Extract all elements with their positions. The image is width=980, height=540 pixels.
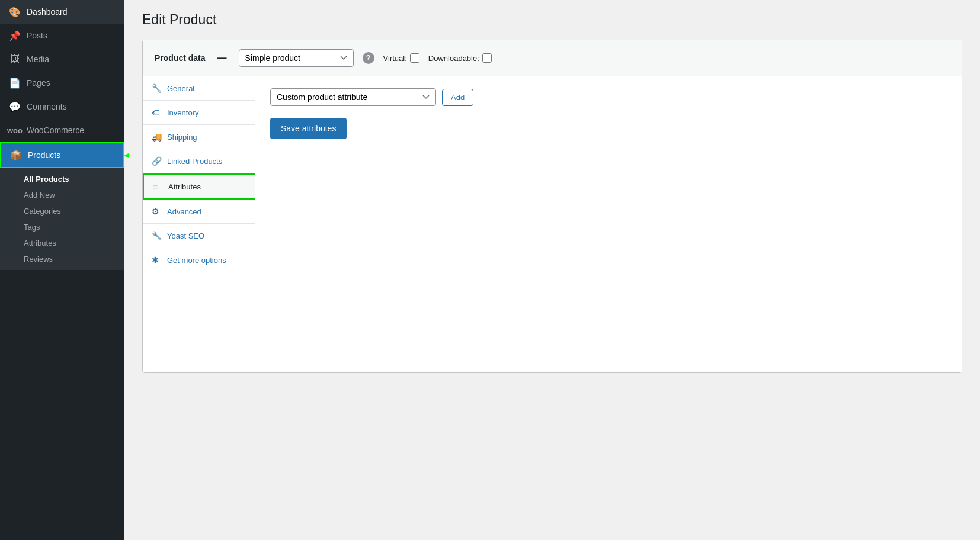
attributes-tab-content: Custom product attribute Add Save attrib… bbox=[255, 76, 962, 372]
attribute-selector: Custom product attribute Add bbox=[270, 88, 947, 106]
attributes-icon: ≡ bbox=[153, 182, 162, 191]
submenu-attributes[interactable]: Attributes bbox=[0, 235, 124, 251]
sidebar-label-pages: Pages bbox=[27, 78, 50, 88]
pages-icon: 📄 bbox=[9, 77, 21, 89]
add-attribute-button[interactable]: Add bbox=[442, 89, 473, 106]
product-data-body: 🔧 General 🏷 Inventory 🚚 Shipping 🔗 Linke… bbox=[143, 76, 962, 372]
tab-yoast-seo[interactable]: 🔧 Yoast SEO bbox=[143, 224, 255, 248]
tab-get-more-options[interactable]: ✱ Get more options bbox=[143, 248, 255, 272]
comments-icon: 💬 bbox=[9, 101, 21, 112]
tab-general-label: General bbox=[167, 84, 194, 93]
tab-shipping[interactable]: 🚚 Shipping bbox=[143, 125, 255, 149]
sidebar-item-comments[interactable]: 💬 Comments bbox=[0, 95, 124, 118]
submenu-add-new[interactable]: Add New bbox=[0, 187, 124, 203]
sidebar-item-woocommerce[interactable]: woo WooCommerce bbox=[0, 118, 124, 142]
tab-advanced-label: Advanced bbox=[167, 207, 201, 216]
tab-advanced[interactable]: ⚙ Advanced bbox=[143, 200, 255, 224]
linked-products-icon: 🔗 bbox=[152, 156, 161, 166]
woo-icon: woo bbox=[9, 124, 21, 136]
media-icon: 🖼 bbox=[9, 53, 21, 65]
sidebar-item-products[interactable]: 📦 Products bbox=[0, 142, 124, 168]
inventory-icon: 🏷 bbox=[152, 108, 161, 117]
sidebar-item-posts[interactable]: 📌 Posts bbox=[0, 24, 124, 47]
sidebar-item-media[interactable]: 🖼 Media bbox=[0, 47, 124, 71]
yoast-icon: 🔧 bbox=[152, 231, 161, 240]
sidebar-item-dashboard[interactable]: 🎨 Dashboard bbox=[0, 0, 124, 24]
tab-yoast-label: Yoast SEO bbox=[167, 232, 204, 240]
tabs-sidebar: 🔧 General 🏷 Inventory 🚚 Shipping 🔗 Linke… bbox=[143, 76, 255, 372]
more-options-icon: ✱ bbox=[152, 255, 161, 265]
shipping-icon: 🚚 bbox=[152, 132, 161, 142]
products-submenu: All Products Add New Categories Tags Att… bbox=[0, 168, 124, 270]
save-attributes-button[interactable]: Save attributes bbox=[270, 118, 347, 139]
tab-linked-products[interactable]: 🔗 Linked Products bbox=[143, 149, 255, 173]
sidebar-label-woo: WooCommerce bbox=[27, 126, 84, 135]
posts-icon: 📌 bbox=[9, 30, 21, 41]
product-data-card: Product data — Simple product Grouped pr… bbox=[142, 40, 962, 373]
submenu-all-products[interactable]: All Products bbox=[0, 171, 124, 187]
sidebar-label-comments: Comments bbox=[27, 102, 67, 111]
tab-inventory-label: Inventory bbox=[167, 108, 198, 117]
sidebar-label-posts: Posts bbox=[27, 31, 47, 40]
tab-inventory[interactable]: 🏷 Inventory bbox=[143, 101, 255, 125]
tab-more-options-label: Get more options bbox=[167, 256, 226, 265]
general-icon: 🔧 bbox=[152, 83, 161, 93]
submenu-tags[interactable]: Tags bbox=[0, 219, 124, 235]
sidebar-label-products: Products bbox=[28, 150, 60, 160]
sidebar-label-dashboard: Dashboard bbox=[27, 7, 68, 17]
submenu-reviews[interactable]: Reviews bbox=[0, 251, 124, 267]
advanced-icon: ⚙ bbox=[152, 207, 161, 216]
submenu-categories[interactable]: Categories bbox=[0, 203, 124, 219]
sidebar-item-pages[interactable]: 📄 Pages bbox=[0, 71, 124, 95]
dashboard-icon: 🎨 bbox=[9, 6, 21, 18]
product-data-header: Product data — Simple product Grouped pr… bbox=[143, 40, 962, 76]
sidebar: 🎨 Dashboard 📌 Posts 🖼 Media 📄 Pages 💬 Co… bbox=[0, 0, 124, 540]
downloadable-label[interactable]: Downloadable: bbox=[428, 53, 492, 63]
separator: — bbox=[217, 53, 227, 63]
tab-attributes[interactable]: ≡ Attributes bbox=[143, 173, 255, 200]
product-type-select[interactable]: Simple product Grouped product External/… bbox=[239, 49, 354, 67]
downloadable-checkbox[interactable] bbox=[482, 53, 492, 63]
products-icon: 📦 bbox=[10, 149, 22, 161]
help-icon[interactable]: ? bbox=[363, 52, 374, 64]
tab-general[interactable]: 🔧 General bbox=[143, 76, 255, 101]
virtual-checkbox[interactable] bbox=[410, 53, 419, 63]
page-title: Edit Product bbox=[142, 12, 962, 28]
attribute-dropdown[interactable]: Custom product attribute bbox=[270, 88, 436, 106]
virtual-label[interactable]: Virtual: bbox=[383, 53, 419, 63]
sidebar-label-media: Media bbox=[27, 54, 49, 64]
product-data-label: Product data bbox=[155, 53, 206, 63]
main-content: Edit Product Product data — Simple produ… bbox=[124, 0, 980, 540]
tab-shipping-label: Shipping bbox=[167, 133, 197, 142]
tab-linked-products-label: Linked Products bbox=[167, 157, 222, 166]
tab-attributes-label: Attributes bbox=[168, 182, 201, 191]
